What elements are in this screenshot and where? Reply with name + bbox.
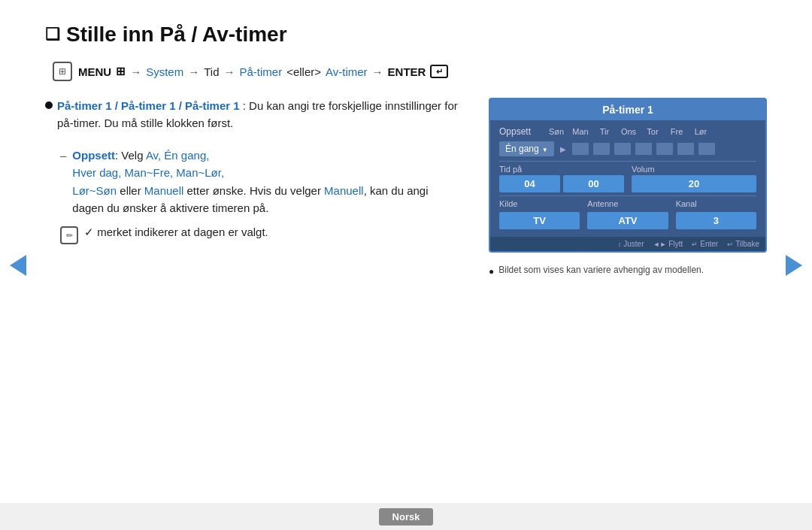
menu-tid: Tid [204,65,219,78]
oppsett-text2: eller [117,184,144,197]
menu-enter: ENTER [388,65,426,78]
day-lor: Lør [691,127,710,136]
antenne-value[interactable]: ATV [587,212,668,229]
image-note-text: Bildet som vises kan variere avhengig av… [498,265,704,275]
volum-group: Volum 20 [632,165,756,192]
note-pencil-icon: ✏ [60,226,78,244]
day-sq-lor [698,143,715,155]
page-title: Stille inn På / Av-timer [45,23,767,47]
manuell-2: Manuell [324,184,364,197]
sub-item-text: Oppsett: Velg Av, Én gang,Hver dag, Man~… [72,147,459,217]
volum-label: Volum [632,165,756,174]
day-ons: Ons [619,127,638,136]
sub-list: – Oppsett: Velg Av, Én gang,Hver dag, Ma… [60,147,459,217]
left-arrow-icon [10,255,26,276]
day-tor: Tor [643,127,662,136]
note-content: merket indikerer at dagen er valgt. [97,226,268,238]
antenne-label: Antenne [587,199,668,208]
tid-h-value[interactable]: 04 [499,175,560,192]
select-arrow: ▶ [560,145,566,153]
day-man: Man [571,127,590,136]
oppsett-tv-label: Oppsett [499,126,541,137]
enter-icon: ↵ [430,65,448,78]
day-sq-son [572,143,589,155]
bottom-bar: Norsk [0,503,812,530]
tv-panel-body: Oppsett Søn Man Tir Ons Tor Fre Lør [490,120,765,237]
dash-icon: – [60,147,66,164]
note-bullet-dot: ● [489,266,494,277]
flytt-arrow-icon: ◄► [653,241,667,248]
day-tir: Tir [595,127,614,136]
en-gang-select[interactable]: Én gang [499,141,554,156]
divider-1 [499,161,756,162]
day-headers: Søn Man Tir Ons Tor Fre Lør [547,127,710,136]
day-sq-tir [614,143,631,155]
kanal-label: Kanal [676,199,756,208]
title-text: Stille inn På / Av-timer [66,23,287,47]
tv-panel-footer: ↕ Juster ◄► Flytt ↵ Enter ↩ Tilbake [490,237,765,251]
oppsett-text1: : Velg [115,149,146,162]
main-bullet-heading: På-timer 1 / På-timer 1 / På-timer 1 : D… [57,98,459,132]
oppsett-text3: etter ønske. Hvis du velger [183,184,324,197]
image-note-row: ● Bildet som vises kan variere avhengig … [489,265,767,277]
sub-item-oppsett: – Oppsett: Velg Av, Én gang,Hver dag, Ma… [60,147,459,217]
arrow-2: → [188,65,199,78]
note-row: ✏ ✓ merket indikerer at dagen er valgt. [60,226,459,244]
menu-system: System [146,65,183,78]
menu-av-timer: Av-timer [326,65,368,78]
nav-arrow-left[interactable] [8,250,29,280]
note-text: ✓ merket indikerer at dagen er valgt. [84,226,268,239]
arrow-3: → [223,65,235,78]
day-fre: Fre [667,127,686,136]
day-sq-fre [677,143,694,155]
menu-icon: ⊞ [53,62,72,81]
day-sq-tor [656,143,673,155]
footer-juster: ↕ Juster [618,240,644,248]
pa-timer-heading-blue: På-timer 1 / På-timer 1 / På-timer 1 [57,99,240,112]
volum-value[interactable]: 20 [632,175,756,192]
menu-grid-icon: ⊞ [116,65,126,78]
menu-pa-timer: På-timer [239,65,282,78]
kilde-label: Kilde [499,199,580,208]
language-badge: Norsk [379,508,434,525]
tid-pa-label: Tid på [499,165,624,174]
tv-panel: På-timer 1 Oppsett Søn Man Tir Ons Tor F… [489,98,767,253]
bullet-dot [45,101,53,109]
menu-eller: <eller> [286,65,321,78]
nav-arrow-right[interactable] [783,250,804,280]
juster-label: Juster [623,240,644,248]
footer-enter: ↵ Enter [692,240,718,248]
enter-arrow-icon: ↵ [692,241,698,248]
tilbake-arrow-icon: ↩ [727,241,733,248]
right-arrow-icon [786,255,802,276]
day-sq-man [593,143,610,155]
content-row: På-timer 1 / På-timer 1 / På-timer 1 : D… [45,98,767,277]
arrow-4: → [372,65,383,78]
text-column: På-timer 1 / På-timer 1 / På-timer 1 : D… [45,98,459,244]
menu-path: ⊞ MENU ⊞ → System → Tid → På-timer <elle… [45,62,767,81]
select-days-row: Én gang ▶ [499,141,756,156]
tid-m-value[interactable]: 00 [563,175,624,192]
juster-arrow-icon: ↕ [618,241,622,248]
kilde-labels-row: Kilde Antenne Kanal [499,199,756,210]
tilbake-label: Tilbake [735,240,759,248]
manuell-1: Manuell [144,184,184,197]
tid-pa-group: Tid på 04 00 [499,165,624,192]
arrow-1: → [130,65,141,78]
footer-tilbake: ↩ Tilbake [727,240,759,248]
tid-volum-row: Tid på 04 00 Volum 20 [499,165,756,192]
oppsett-label: Oppsett [72,149,115,162]
kilde-values-row: TV ATV 3 [499,212,756,229]
flytt-label: Flytt [668,240,683,248]
kilde-value[interactable]: TV [499,212,580,229]
bullet-item-main: På-timer 1 / På-timer 1 / På-timer 1 : D… [45,98,459,139]
checkmark-icon: ✓ [84,226,94,238]
right-column: På-timer 1 Oppsett Søn Man Tir Ons Tor F… [489,98,767,277]
day-sq-ons [635,143,652,155]
enter-label: Enter [700,240,718,248]
oppsett-row: Oppsett Søn Man Tir Ons Tor Fre Lør [499,126,756,137]
day-son: Søn [547,127,566,136]
menu-label: MENU [78,65,111,78]
footer-flytt: ◄► Flytt [653,240,683,248]
kanal-value[interactable]: 3 [676,212,756,229]
